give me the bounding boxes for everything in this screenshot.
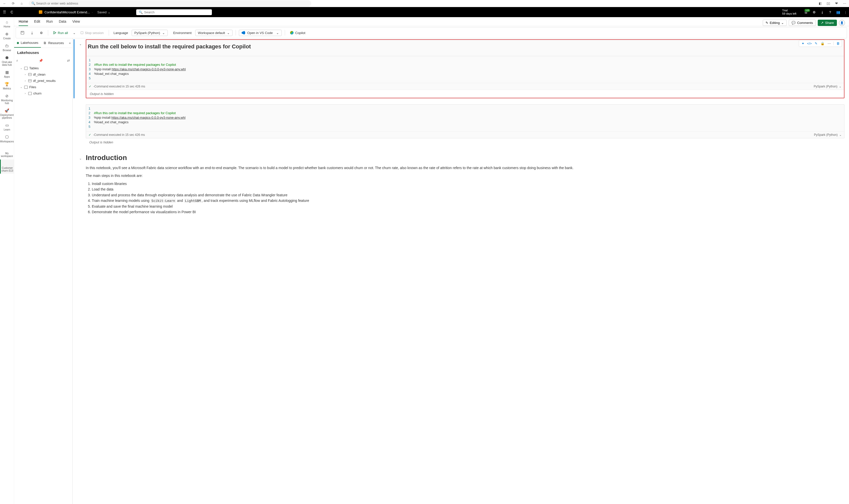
gear-icon[interactable]: ⚙ <box>38 30 45 36</box>
comments-button[interactable]: 💬 Comments <box>789 20 816 26</box>
app-search[interactable]: 🔍 <box>136 9 212 15</box>
pencil-icon: ✎ <box>765 21 768 25</box>
app-letter: C <box>11 10 13 14</box>
ribbon-tab-edit[interactable]: Edit <box>34 17 40 26</box>
notebook-toolbar: ⭳ ⚙ Run all ⌄ Stop session Language PySp… <box>16 27 847 38</box>
download-icon[interactable]: ⭳ <box>821 10 824 14</box>
saved-label: Saved <box>97 10 107 14</box>
left-nav-rail: ⌂Home⊕Create🗀Browse⬢OneLake data hub▦App… <box>0 17 14 38</box>
share-icon: ↗ <box>821 21 824 25</box>
browser-search[interactable]: 🔍 <box>29 0 311 6</box>
chevron-down-icon: ⌄ <box>781 21 784 25</box>
trial-status: Trial: 59 days left <box>782 9 796 15</box>
language-label: Language <box>112 31 129 35</box>
avatar[interactable]: 👤 <box>839 20 845 26</box>
copilot-button[interactable]: Copilot <box>288 30 307 36</box>
people-icon[interactable]: 👥 <box>836 10 840 14</box>
search-icon: 🔍 <box>139 10 143 14</box>
chevron-down-icon: ⌄ <box>276 31 279 35</box>
stop-session-button[interactable]: Stop session <box>79 30 105 36</box>
search-icon: 🔍 <box>31 1 35 5</box>
ribbon-tab-view[interactable]: View <box>72 17 80 26</box>
comment-icon: 💬 <box>792 21 796 25</box>
breadcrumb[interactable]: Confidential\Microsoft Extend... · Saved… <box>39 10 110 14</box>
app-search-input[interactable] <box>144 10 209 14</box>
help-icon[interactable]: ? <box>829 10 831 14</box>
ribbon-tab-home[interactable]: Home <box>19 17 28 26</box>
browser-search-input[interactable] <box>35 1 309 6</box>
svg-rect-0 <box>21 31 24 34</box>
download-icon[interactable]: ⭳ <box>29 30 36 36</box>
shield-icon <box>39 10 42 14</box>
divider: | <box>845 10 846 14</box>
home-icon[interactable]: ⌂ <box>20 1 24 5</box>
language-dropdown[interactable]: PySpark (Python) ⌄ <box>132 30 168 36</box>
stop-icon <box>81 32 83 34</box>
rail-item-home[interactable]: ⌂Home <box>0 18 14 30</box>
ribbon-tabs: HomeEditRunDataView ✎ Editing ⌄ 💬 Commen… <box>0 17 849 26</box>
editing-dropdown[interactable]: ✎ Editing ⌄ <box>763 20 787 26</box>
chevron-down-icon[interactable]: ⌄ <box>108 10 110 14</box>
more-icon[interactable]: ⋯ <box>843 1 847 5</box>
vscode-icon <box>242 31 245 35</box>
copilot-icon <box>290 31 294 35</box>
save-icon[interactable] <box>18 30 27 36</box>
chevron-down-icon: ⌄ <box>227 31 230 35</box>
back-icon[interactable]: ← <box>2 1 6 5</box>
ribbon-tab-run[interactable]: Run <box>46 17 53 26</box>
settings-icon[interactable]: ⚙ <box>813 10 816 14</box>
split-icon[interactable]: ▯▯ <box>826 1 830 5</box>
breadcrumb-text: Confidential\Microsoft Extend... <box>45 10 90 14</box>
environment-label: Environment <box>170 31 193 35</box>
notifications-icon[interactable]: 🛎125 <box>804 10 808 14</box>
app-top-bar: ⠿ C Confidential\Microsoft Extend... · S… <box>0 7 849 17</box>
extension-icon[interactable]: ◧ <box>818 1 822 5</box>
run-all-chevron[interactable]: ⌄ <box>72 30 77 36</box>
waffle-icon[interactable]: ⠿ <box>3 10 6 15</box>
ribbon-tab-data[interactable]: Data <box>59 17 66 26</box>
browser-chrome: ← ⟳ ⌂ 🔍 ◧ ▯▯ ❤ ⋯ <box>0 0 849 7</box>
share-button[interactable]: ↗ Share <box>818 20 837 26</box>
favorites-icon[interactable]: ❤ <box>834 1 838 5</box>
chevron-down-icon: ⌄ <box>162 31 165 35</box>
environment-dropdown[interactable]: Workspace default ⌄ <box>195 30 232 36</box>
refresh-icon[interactable]: ⟳ <box>11 1 15 5</box>
rail-item-create[interactable]: ⊕Create <box>0 30 14 38</box>
run-all-button[interactable]: Run all <box>51 30 70 36</box>
open-vscode-button[interactable]: Open in VS Code ⌄ <box>239 30 282 36</box>
